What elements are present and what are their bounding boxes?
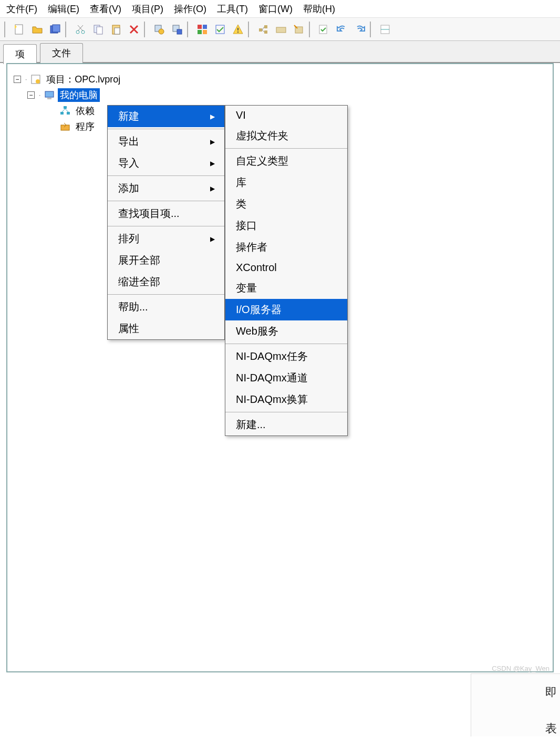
toolbar-separator [370,22,374,37]
menu-separator [225,412,347,412]
collapse-icon[interactable]: − [27,91,35,99]
config-gear-a-icon[interactable] [151,22,167,37]
ctx-item-collapse-all[interactable]: 缩进全部 [108,271,224,293]
ctx-item-label: 虚拟文件夹 [236,129,288,143]
sub-item-vi[interactable]: VI [225,106,347,125]
menu-view[interactable]: 查看(V) [90,3,121,15]
resolve-icon[interactable] [212,22,228,37]
ctx-item-arrange[interactable]: 排列 ▶ [108,228,224,250]
submenu-arrow-icon: ▶ [210,160,215,167]
svg-rect-43 [67,112,70,115]
sub-item-virtual-folder[interactable]: 虚拟文件夹 [225,125,347,147]
tree-build-specs-label: 程序 [74,120,97,133]
sub-item-interface[interactable]: 接口 [225,215,347,236]
menu-edit[interactable]: 编辑(E) [48,3,79,15]
ctx-item-label: 库 [236,175,246,190]
dependency-c-icon[interactable] [291,22,307,37]
sub-item-variable[interactable]: 变量 [225,277,347,299]
new-file-icon[interactable] [12,22,27,37]
side-panel-text-2: 表 [471,721,557,736]
tree-my-computer-row[interactable]: − · 我的电脑 [12,87,548,103]
dependency-b-icon[interactable] [273,22,289,37]
sub-item-ni-daqmx-scale[interactable]: NI-DAQmx换算 [225,389,347,410]
svg-point-38 [36,79,40,84]
menu-separator [108,226,224,226]
tab-strip: 项 文件 [0,41,560,63]
sub-item-library[interactable]: 库 [225,172,347,193]
toolbar-separator [4,22,8,37]
sub-item-custom-type[interactable]: 自定义类型 [225,150,347,172]
tree-root-row[interactable]: − · 项目：OPC.lvproj [12,71,548,87]
ctx-item-export[interactable]: 导出 ▶ [108,131,224,152]
sub-item-class[interactable]: 类 [225,193,347,215]
tab-files[interactable]: 文件 [40,43,83,63]
ctx-item-label: NI-DAQmx任务 [236,349,308,364]
collapse-icon[interactable]: − [14,76,21,83]
svg-rect-19 [203,25,207,29]
run-check-icon[interactable] [316,22,332,37]
tree-connector-icon: · [39,91,40,99]
sub-item-actor[interactable]: 操作者 [225,236,347,258]
ctx-item-label: 导入 [118,156,139,170]
ctx-item-add[interactable]: 添加 ▶ [108,178,224,199]
menu-separator [225,148,347,149]
menu-project[interactable]: 项目(P) [132,3,163,15]
sub-item-ni-daqmx-channel[interactable]: NI-DAQmx通道 [225,367,347,389]
menu-separator [108,201,224,201]
ctx-item-label: 缩进全部 [118,275,160,289]
ctx-item-label: XControl [236,262,277,274]
context-submenu-new: VI 虚拟文件夹 自定义类型 库 类 接口 操作者 XControl 变量 I/… [225,105,348,436]
svg-rect-31 [276,27,286,33]
watermark-text: CSDN @Kay_Wen [492,665,549,672]
ctx-item-label: 查找项目项... [118,206,180,221]
submenu-arrow-icon: ▶ [210,138,215,146]
sub-item-ni-daqmx-task[interactable]: NI-DAQmx任务 [225,346,347,367]
menu-operate[interactable]: 操作(O) [174,3,206,15]
toolbar-separator [309,22,313,37]
ctx-item-label: 类 [236,197,246,211]
menu-window[interactable]: 窗口(W) [258,3,293,15]
svg-rect-39 [45,91,54,97]
ctx-item-import[interactable]: 导入 ▶ [108,152,224,174]
paste-icon[interactable] [108,22,124,37]
svg-rect-9 [97,27,102,34]
sub-item-web-service[interactable]: Web服务 [225,320,347,342]
svg-rect-11 [115,28,120,34]
undo-icon[interactable] [334,22,350,37]
palette-icon[interactable] [194,22,210,37]
copy-icon[interactable] [90,22,106,37]
warning-icon[interactable] [230,22,246,37]
tab-project[interactable]: 项 [3,44,37,64]
sub-item-io-server[interactable]: I/O服务器 [225,299,347,320]
ctx-item-expand-all[interactable]: 展开全部 [108,250,224,271]
svg-line-44 [62,109,65,112]
svg-point-25 [237,31,238,32]
misc-icon[interactable] [377,22,393,37]
ctx-item-help[interactable]: 帮助... [108,296,224,318]
menu-separator [108,175,224,176]
redo-icon[interactable] [352,22,368,37]
ctx-item-find-project-items[interactable]: 查找项目项... [108,203,224,224]
dependencies-icon [60,106,70,116]
open-folder-icon[interactable] [29,22,45,37]
ctx-item-label: 新建... [236,418,266,432]
svg-rect-20 [198,30,202,34]
save-all-icon[interactable] [47,22,63,37]
build-spec-icon [60,121,70,132]
ctx-item-properties[interactable]: 属性 [108,318,224,339]
config-gear-b-icon[interactable] [169,22,185,37]
menu-help[interactable]: 帮助(H) [303,3,335,15]
menu-file[interactable]: 文件(F) [6,3,37,15]
ctx-item-label: 新建 [118,109,139,123]
context-menu: 新建 ▶ 导出 ▶ 导入 ▶ 添加 ▶ 查找项目项... 排列 ▶ 展开全部 缩… [107,105,225,340]
cut-icon[interactable] [72,22,88,37]
sub-item-new-more[interactable]: 新建... [225,414,347,435]
ctx-item-label: 添加 [118,181,139,195]
menu-tools[interactable]: 工具(T) [217,3,248,15]
sub-item-xcontrol[interactable]: XControl [225,258,347,277]
delete-icon[interactable] [126,22,142,37]
menu-separator [108,129,224,129]
toolbar [0,18,560,41]
ctx-item-new[interactable]: 新建 ▶ [108,106,224,127]
dependency-a-icon[interactable] [255,22,271,37]
